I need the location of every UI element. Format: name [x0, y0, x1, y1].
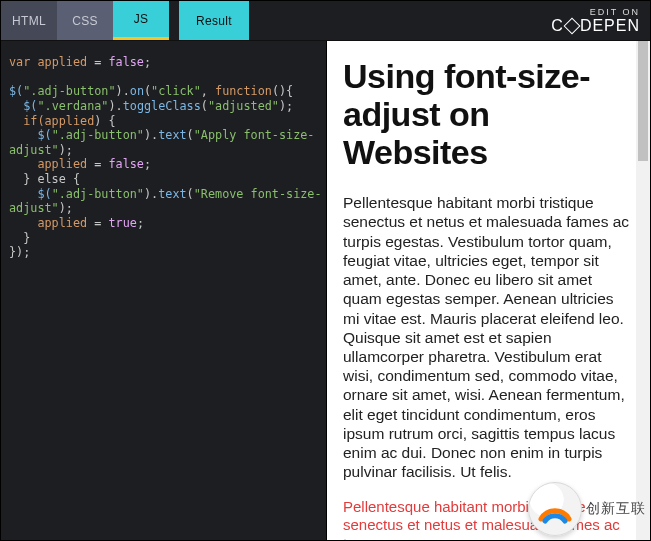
code-token: true	[108, 216, 136, 230]
result-content: Using font-size-adjust on Websites Pelle…	[327, 41, 650, 540]
result-scrollbar[interactable]	[636, 41, 650, 540]
code-token: }	[9, 231, 30, 245]
watermark: 创新互联	[528, 482, 646, 536]
code-token: $(	[9, 128, 52, 142]
code-token: adjust"	[9, 143, 59, 157]
code-token: applied	[45, 114, 95, 128]
tab-html[interactable]: HTML	[1, 1, 57, 40]
code-token: text	[158, 128, 186, 142]
code-token: );	[59, 201, 73, 215]
code-token: } else {	[9, 172, 80, 186]
code-token: ;	[137, 216, 144, 230]
code-token: ;	[144, 157, 151, 171]
result-heading: Using font-size-adjust on Websites	[343, 57, 634, 171]
code-token: =	[87, 55, 108, 69]
code-token: ".adj-button"	[23, 84, 115, 98]
topbar: HTML CSS JS Result EDIT ON C DEPEN	[1, 1, 650, 41]
code-token: applied	[9, 157, 87, 171]
tab-result[interactable]: Result	[179, 1, 249, 40]
code-token: applied	[9, 216, 87, 230]
code-token: if(	[9, 114, 45, 128]
code-token: ".adj-button"	[52, 187, 144, 201]
brand-letter: C	[551, 17, 564, 35]
arc-icon	[535, 489, 575, 529]
edit-on-codepen-link[interactable]: EDIT ON C DEPEN	[551, 1, 650, 40]
code-token: );	[279, 99, 293, 113]
result-paragraph-1: Pellentesque habitant morbi tristique se…	[343, 193, 634, 481]
code-token: ".verdana"	[37, 99, 108, 113]
code-token: false	[108, 55, 144, 69]
code-token: $(	[9, 84, 23, 98]
code-token: "Apply font-size-	[194, 128, 315, 142]
code-token: );	[59, 143, 73, 157]
content-split: var applied = false; $(".adj-button").on…	[1, 41, 650, 540]
editor-tabs: HTML CSS JS Result	[1, 1, 249, 40]
code-token: "adjusted"	[208, 99, 279, 113]
edit-on-label: EDIT ON	[590, 7, 640, 17]
code-token: on	[130, 84, 144, 98]
code-token: });	[9, 245, 30, 259]
code-token: =	[87, 157, 108, 171]
code-token: ,	[201, 84, 215, 98]
code-token: "click"	[151, 84, 201, 98]
code-token: text	[158, 187, 186, 201]
code-token: ).	[144, 187, 158, 201]
code-token: (){	[272, 84, 293, 98]
code-token: toggleClass	[123, 99, 201, 113]
code-token: applied	[37, 55, 87, 69]
watermark-label: 创新互联	[586, 500, 646, 518]
result-pane: Using font-size-adjust on Websites Pelle…	[326, 41, 650, 540]
tab-js[interactable]: JS	[113, 1, 169, 40]
scrollbar-thumb[interactable]	[638, 41, 648, 161]
code-token: "Remove font-size-	[194, 187, 322, 201]
code-token: ) {	[94, 114, 115, 128]
code-token: (	[201, 99, 208, 113]
code-token: (	[187, 128, 194, 142]
code-token: $(	[9, 99, 37, 113]
code-token: ).	[116, 84, 130, 98]
brand-word: DEPEN	[580, 17, 640, 35]
code-token: function	[215, 84, 272, 98]
codepen-embed: HTML CSS JS Result EDIT ON C DEPEN var a…	[0, 0, 651, 541]
code-token: adjust"	[9, 201, 59, 215]
cube-icon	[563, 17, 580, 34]
tab-css[interactable]: CSS	[57, 1, 113, 40]
code-token: ).	[144, 128, 158, 142]
code-token: ).	[108, 99, 122, 113]
code-token: =	[87, 216, 108, 230]
code-token: ".adj-button"	[52, 128, 144, 142]
code-token: (	[187, 187, 194, 201]
code-token: $(	[9, 187, 52, 201]
code-token: var	[9, 55, 37, 69]
code-token: false	[108, 157, 144, 171]
js-editor[interactable]: var applied = false; $(".adj-button").on…	[1, 41, 326, 540]
codepen-logo: C DEPEN	[551, 17, 640, 35]
watermark-logo-icon	[528, 482, 582, 536]
code-token: ;	[144, 55, 151, 69]
